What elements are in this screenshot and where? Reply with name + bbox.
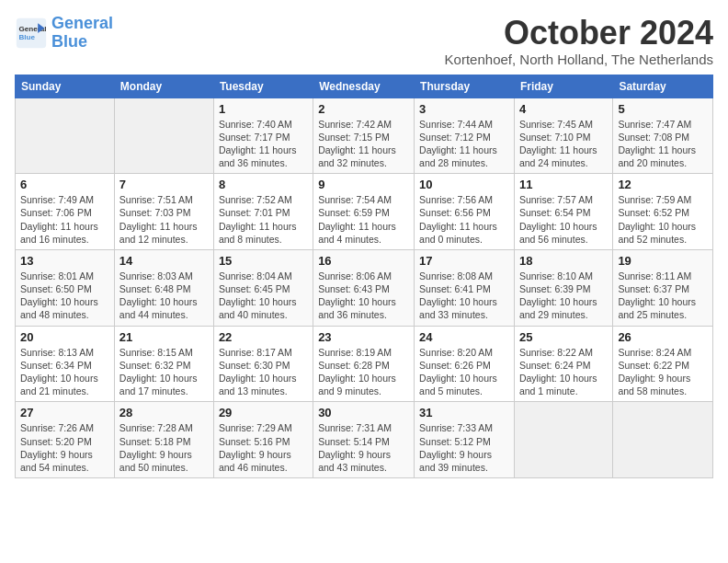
day-info: Sunrise: 8:04 AMSunset: 6:45 PMDaylight:… (219, 270, 308, 322)
day-number: 22 (219, 330, 308, 344)
header-thursday: Thursday (415, 75, 515, 98)
calendar-cell: 4Sunrise: 7:45 AMSunset: 7:10 PMDaylight… (514, 98, 612, 174)
calendar-cell: 21Sunrise: 8:15 AMSunset: 6:32 PMDayligh… (114, 326, 213, 402)
day-number: 20 (20, 330, 109, 344)
day-number: 25 (519, 330, 608, 344)
calendar-week-2: 6Sunrise: 7:49 AMSunset: 7:06 PMDaylight… (16, 174, 713, 250)
day-info: Sunrise: 7:42 AMSunset: 7:15 PMDaylight:… (318, 118, 409, 170)
calendar-cell: 12Sunrise: 7:59 AMSunset: 6:52 PMDayligh… (613, 174, 713, 250)
day-info: Sunrise: 8:03 AMSunset: 6:48 PMDaylight:… (119, 270, 209, 322)
day-number: 7 (119, 178, 209, 191)
calendar-cell: 26Sunrise: 8:24 AMSunset: 6:22 PMDayligh… (613, 326, 713, 402)
day-number: 1 (219, 102, 308, 116)
day-number: 24 (419, 330, 509, 344)
header-monday: Monday (114, 75, 213, 98)
day-info: Sunrise: 7:51 AMSunset: 7:03 PMDaylight:… (119, 193, 209, 246)
day-number: 29 (219, 406, 308, 419)
calendar-cell: 3Sunrise: 7:44 AMSunset: 7:12 PMDaylight… (415, 98, 515, 174)
day-info: Sunrise: 7:57 AMSunset: 6:54 PMDaylight:… (519, 193, 608, 246)
calendar-cell: 9Sunrise: 7:54 AMSunset: 6:59 PMDaylight… (313, 174, 415, 250)
calendar-cell: 11Sunrise: 7:57 AMSunset: 6:54 PMDayligh… (514, 174, 612, 250)
day-info: Sunrise: 8:19 AMSunset: 6:28 PMDaylight:… (318, 346, 409, 398)
day-info: Sunrise: 7:31 AMSunset: 5:14 PMDaylight:… (318, 421, 409, 474)
day-info: Sunrise: 7:33 AMSunset: 5:12 PMDaylight:… (419, 421, 509, 474)
calendar-cell: 10Sunrise: 7:56 AMSunset: 6:56 PMDayligh… (415, 174, 515, 250)
header-saturday: Saturday (613, 75, 713, 98)
calendar-cell: 18Sunrise: 8:10 AMSunset: 6:39 PMDayligh… (514, 249, 612, 326)
day-info: Sunrise: 8:06 AMSunset: 6:43 PMDaylight:… (318, 270, 409, 322)
calendar-cell: 7Sunrise: 7:51 AMSunset: 7:03 PMDaylight… (114, 174, 213, 250)
calendar-cell: 23Sunrise: 8:19 AMSunset: 6:28 PMDayligh… (313, 326, 415, 402)
calendar-week-5: 27Sunrise: 7:26 AMSunset: 5:20 PMDayligh… (16, 402, 713, 478)
day-number: 13 (20, 254, 109, 268)
day-number: 6 (20, 178, 109, 191)
header-friday: Friday (514, 75, 612, 98)
calendar-cell: 8Sunrise: 7:52 AMSunset: 7:01 PMDaylight… (213, 174, 313, 250)
title-block: October 2024 Kortenhoef, North Holland, … (445, 15, 713, 67)
location-title: Kortenhoef, North Holland, The Netherlan… (445, 52, 713, 67)
calendar-week-4: 20Sunrise: 8:13 AMSunset: 6:34 PMDayligh… (16, 326, 713, 402)
calendar-cell: 16Sunrise: 8:06 AMSunset: 6:43 PMDayligh… (313, 249, 415, 326)
day-info: Sunrise: 8:13 AMSunset: 6:34 PMDaylight:… (20, 346, 109, 398)
day-info: Sunrise: 7:40 AMSunset: 7:17 PMDaylight:… (219, 118, 308, 170)
day-info: Sunrise: 7:29 AMSunset: 5:16 PMDaylight:… (219, 421, 308, 474)
calendar-cell: 14Sunrise: 8:03 AMSunset: 6:48 PMDayligh… (114, 249, 213, 326)
header-tuesday: Tuesday (213, 75, 313, 98)
day-number: 4 (519, 102, 608, 116)
day-number: 23 (318, 330, 409, 344)
calendar-cell: 28Sunrise: 7:28 AMSunset: 5:18 PMDayligh… (114, 402, 213, 478)
calendar-cell (613, 402, 713, 478)
calendar-cell: 22Sunrise: 8:17 AMSunset: 6:30 PMDayligh… (213, 326, 313, 402)
day-number: 14 (119, 254, 209, 268)
calendar-cell (514, 402, 612, 478)
day-info: Sunrise: 7:28 AMSunset: 5:18 PMDaylight:… (119, 421, 209, 474)
day-info: Sunrise: 8:22 AMSunset: 6:24 PMDaylight:… (519, 346, 608, 398)
calendar-cell (16, 98, 115, 174)
calendar-cell: 17Sunrise: 8:08 AMSunset: 6:41 PMDayligh… (415, 249, 515, 326)
calendar-cell: 2Sunrise: 7:42 AMSunset: 7:15 PMDaylight… (313, 98, 415, 174)
day-info: Sunrise: 7:59 AMSunset: 6:52 PMDaylight:… (618, 193, 708, 246)
calendar-cell: 25Sunrise: 8:22 AMSunset: 6:24 PMDayligh… (514, 326, 612, 402)
day-info: Sunrise: 7:56 AMSunset: 6:56 PMDaylight:… (419, 193, 509, 246)
day-info: Sunrise: 8:01 AMSunset: 6:50 PMDaylight:… (20, 270, 109, 322)
day-number: 3 (419, 102, 509, 116)
day-number: 17 (419, 254, 509, 268)
calendar-cell: 1Sunrise: 7:40 AMSunset: 7:17 PMDaylight… (213, 98, 313, 174)
day-number: 21 (119, 330, 209, 344)
day-number: 12 (618, 178, 708, 191)
day-number: 8 (219, 178, 308, 191)
day-number: 19 (618, 254, 708, 268)
day-number: 30 (318, 406, 409, 419)
day-number: 26 (618, 330, 708, 344)
calendar-cell: 13Sunrise: 8:01 AMSunset: 6:50 PMDayligh… (16, 249, 115, 326)
calendar-cell: 6Sunrise: 7:49 AMSunset: 7:06 PMDaylight… (16, 174, 115, 250)
day-info: Sunrise: 7:49 AMSunset: 7:06 PMDaylight:… (20, 193, 109, 246)
header-sunday: Sunday (16, 75, 115, 98)
calendar-cell (114, 98, 213, 174)
calendar-cell: 5Sunrise: 7:47 AMSunset: 7:08 PMDaylight… (613, 98, 713, 174)
svg-text:Blue: Blue (19, 33, 36, 41)
calendar-table: SundayMondayTuesdayWednesdayThursdayFrid… (15, 75, 713, 478)
day-number: 15 (219, 254, 308, 268)
day-number: 28 (119, 406, 209, 419)
logo-text: GeneralBlue (51, 15, 113, 52)
day-info: Sunrise: 7:26 AMSunset: 5:20 PMDaylight:… (20, 421, 109, 474)
calendar-cell: 27Sunrise: 7:26 AMSunset: 5:20 PMDayligh… (16, 402, 115, 478)
calendar-cell: 29Sunrise: 7:29 AMSunset: 5:16 PMDayligh… (213, 402, 313, 478)
day-info: Sunrise: 8:10 AMSunset: 6:39 PMDaylight:… (519, 270, 608, 322)
day-number: 9 (318, 178, 409, 191)
day-number: 2 (318, 102, 409, 116)
calendar-cell: 30Sunrise: 7:31 AMSunset: 5:14 PMDayligh… (313, 402, 415, 478)
day-info: Sunrise: 8:20 AMSunset: 6:26 PMDaylight:… (419, 346, 509, 398)
day-info: Sunrise: 7:54 AMSunset: 6:59 PMDaylight:… (318, 193, 409, 246)
calendar-cell: 19Sunrise: 8:11 AMSunset: 6:37 PMDayligh… (613, 249, 713, 326)
day-number: 16 (318, 254, 409, 268)
page-header: General Blue GeneralBlue October 2024 Ko… (15, 15, 713, 67)
day-number: 5 (618, 102, 708, 116)
header-wednesday: Wednesday (313, 75, 415, 98)
calendar-week-3: 13Sunrise: 8:01 AMSunset: 6:50 PMDayligh… (16, 249, 713, 326)
calendar-header-row: SundayMondayTuesdayWednesdayThursdayFrid… (16, 75, 713, 98)
day-number: 11 (519, 178, 608, 191)
day-number: 18 (519, 254, 608, 268)
day-info: Sunrise: 8:24 AMSunset: 6:22 PMDaylight:… (618, 346, 708, 398)
